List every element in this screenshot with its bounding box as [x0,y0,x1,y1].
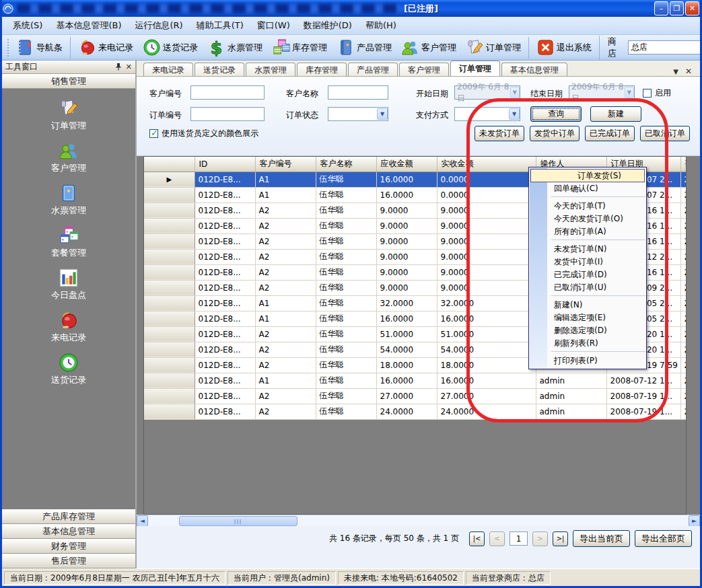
table-cell[interactable]: 012D-E8... [195,233,255,249]
table-cell[interactable]: 24.0000 [376,404,437,419]
table-cell[interactable]: 27.0000 [376,388,437,404]
table-cell[interactable]: 伍华聪 [316,295,376,311]
table-cell[interactable]: 18.0000 [376,357,437,373]
sidebar-group-basic-info[interactable]: 基本信息管理 [2,524,135,539]
table-cell[interactable]: admin [536,373,606,388]
row-selector[interactable] [144,357,195,373]
menu-item[interactable]: 系统(S) [6,17,49,34]
row-selector[interactable]: ▶ [144,172,195,187]
enable-date-checkbox[interactable] [643,89,652,98]
table-cell[interactable]: 伍华聪 [316,280,376,295]
table-cell[interactable]: 012D-E8... [195,264,255,280]
tab-product[interactable]: 产品管理 [348,63,398,76]
table-cell[interactable]: 012D-E8... [195,280,255,295]
sidebar-item-combo-management[interactable]: 套餐管理 [51,225,86,259]
context-item-print-list[interactable]: 打印列表(P) [530,355,645,367]
tab-close-icon[interactable]: ✕ [685,67,692,76]
table-cell[interactable]: A1 [255,187,316,203]
table-cell[interactable]: 2008-07-20 1... [680,326,687,342]
filter-shipping-orders-button[interactable]: 发货中订单 [530,126,580,141]
start-date-picker[interactable]: 2009年 6月 8日 ▼ [454,85,520,100]
column-header[interactable] [144,157,195,172]
table-cell[interactable]: 伍华聪 [316,404,376,419]
table-cell[interactable]: 32.0000 [437,295,536,311]
table-cell[interactable]: A2 [255,218,316,233]
context-item-delete-selected[interactable]: 删除选定项(D) [530,324,645,337]
table-cell[interactable]: A1 [255,311,316,326]
scroll-right-icon[interactable]: ► [689,515,700,527]
tab-order[interactable]: 订单管理 [450,61,500,76]
shop-select[interactable]: 总店 ▼ [628,40,702,54]
menu-item[interactable]: 数据维护(D) [297,17,359,34]
table-cell[interactable]: 2008-08-12 2... [680,249,687,264]
toolbar-inventory-button[interactable]: 库存管理 [267,37,332,59]
context-item-edit-selected[interactable]: 编辑选定项(E) [530,311,645,324]
column-header[interactable]: 客户编号 [255,157,316,172]
table-cell[interactable]: 2008-07-19 1... [680,388,687,404]
table-cell[interactable]: 18.0000 [437,357,536,373]
table-cell[interactable]: 0.0000 [437,172,536,187]
table-cell[interactable]: A1 [255,295,316,311]
table-cell[interactable]: 伍华聪 [316,388,376,404]
order-status-select[interactable]: ▼ [328,107,388,121]
scrollbar-thumb[interactable] [179,516,297,526]
table-cell[interactable]: admin [536,404,606,419]
table-cell[interactable]: 51.0000 [437,326,536,342]
pay-method-select[interactable]: ▼ [454,107,520,121]
sidebar-item-order-management[interactable]: 订单管理 [51,98,86,132]
customer-code-input[interactable] [190,85,265,100]
table-cell[interactable]: admin [536,388,606,404]
context-item-today-orders[interactable]: 今天的订单(T) [530,200,645,213]
delivery-color-checkbox[interactable] [149,129,158,138]
table-cell[interactable]: 012D-E8... [195,187,255,203]
table-cell[interactable]: 24.0000 [437,404,536,419]
query-button[interactable]: 查询 [530,106,582,122]
table-cell[interactable]: 2008-07-19 1... [606,404,680,419]
menu-item[interactable]: 辅助工具(T) [190,17,250,34]
table-cell[interactable]: 012D-E8... [195,342,255,357]
table-cell[interactable]: 9.0000 [437,233,536,249]
table-cell[interactable]: 伍华聪 [316,249,376,264]
table-cell[interactable]: 2008-08-16 1... [680,203,687,218]
customer-name-input[interactable] [328,85,388,100]
table-cell[interactable]: 51.0000 [376,326,437,342]
table-cell[interactable]: 2008-08-16 1... [680,218,687,233]
table-cell[interactable]: 伍华聪 [316,203,376,218]
table-cell[interactable]: 2008-08-05 2... [680,295,687,311]
table-cell[interactable]: 012D-E8... [195,311,255,326]
menu-item[interactable]: 窗口(W) [250,17,297,34]
table-cell[interactable]: 伍华聪 [316,311,376,326]
table-cell[interactable]: 012D-E8... [195,295,255,311]
table-cell[interactable]: A2 [255,203,316,218]
table-cell[interactable]: 9.0000 [437,280,536,295]
sidebar-item-delivery-log[interactable]: 送货记录 [51,353,86,386]
table-cell[interactable]: A2 [255,388,316,404]
order-code-input[interactable] [190,107,265,121]
chevron-down-icon[interactable]: ▼ [510,87,520,98]
table-cell[interactable]: 伍华聪 [316,218,376,233]
table-cell[interactable]: A2 [255,280,316,295]
menu-item[interactable]: 运行信息(R) [128,17,189,34]
toolbar-call-log-button[interactable]: 来电记录 [70,37,138,59]
table-cell[interactable]: 9.0000 [437,218,536,233]
row-selector[interactable] [144,249,195,264]
table-cell[interactable]: 012D-E8... [195,404,255,419]
row-selector[interactable] [144,373,195,388]
next-page-button[interactable]: > [532,531,548,546]
row-selector[interactable] [144,388,195,404]
table-cell[interactable]: A2 [255,233,316,249]
table-cell[interactable]: 2008-08-16 1... [680,233,687,249]
sidebar-group-sales[interactable]: 销售管理 [2,74,135,89]
table-cell[interactable]: 9.0000 [437,203,536,218]
table-cell[interactable]: 54.0000 [376,342,437,357]
table-cell[interactable]: 2008-08-09 2... [680,280,687,295]
row-selector[interactable] [144,264,195,280]
table-cell[interactable]: 54.0000 [437,342,536,357]
table-cell[interactable]: 16.0000 [376,373,437,388]
column-header[interactable]: 实收金额 [437,157,536,172]
last-page-button[interactable]: >| [553,531,568,546]
table-cell[interactable]: 16.0000 [437,373,536,388]
table-cell[interactable]: 0.0000 [437,187,536,203]
table-cell[interactable]: 伍华聪 [316,326,376,342]
table-cell[interactable]: 9.0000 [437,264,536,280]
